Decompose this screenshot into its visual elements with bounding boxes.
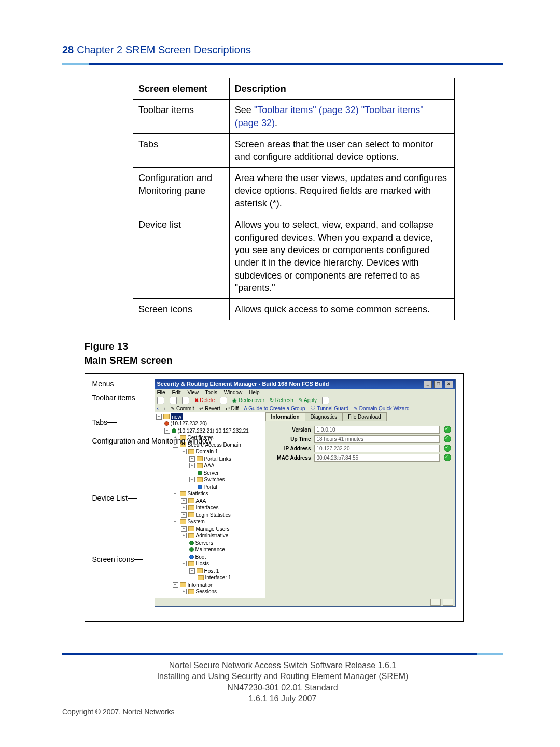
menu-window[interactable]: Window bbox=[224, 390, 243, 395]
device-icon bbox=[164, 421, 169, 426]
misc-icon[interactable] bbox=[322, 397, 329, 404]
screen-icon-2[interactable] bbox=[443, 599, 453, 606]
ok-icon bbox=[444, 445, 451, 452]
expand-icon[interactable]: + bbox=[189, 463, 195, 468]
expand-icon[interactable]: + bbox=[181, 526, 187, 532]
page-header: 28 Chapter 2 SREM Screen Descriptions bbox=[62, 44, 503, 56]
folder-icon bbox=[197, 456, 203, 461]
callout-tabs: Tabs bbox=[92, 418, 108, 426]
collapse-icon[interactable]: − bbox=[164, 428, 170, 434]
window-titlebar: Security & Routing Element Manager - Bui… bbox=[155, 379, 455, 389]
nav-fwd-icon[interactable]: › bbox=[164, 406, 165, 411]
device-icon bbox=[172, 428, 176, 433]
collapse-icon[interactable]: − bbox=[173, 491, 178, 496]
rediscover-button[interactable]: ◉ Rediscover bbox=[232, 397, 264, 403]
ok-icon bbox=[444, 426, 451, 433]
delete-button[interactable]: ✖ Delete bbox=[194, 397, 215, 403]
field-uptime[interactable]: 18 hours 41 minutes bbox=[314, 435, 440, 443]
field-ip[interactable]: 10.127.232.20 bbox=[314, 445, 440, 452]
leaf-icon bbox=[198, 471, 202, 475]
callout-device: Device List bbox=[92, 494, 128, 502]
nav-back-icon[interactable]: ‹ bbox=[157, 406, 159, 411]
collapse-icon[interactable]: − bbox=[156, 414, 162, 420]
footer-rule bbox=[62, 653, 503, 655]
window-title: Security & Routing Element Manager - Bui… bbox=[157, 381, 329, 387]
expand-icon[interactable]: + bbox=[181, 589, 187, 594]
link-tunnel[interactable]: 🛡 Tunnel Guard bbox=[311, 406, 348, 411]
folder-icon bbox=[198, 575, 204, 580]
callout-menus: Menus bbox=[92, 380, 114, 388]
leaf-icon bbox=[189, 547, 194, 552]
expand-icon[interactable]: + bbox=[181, 512, 187, 518]
diff-button[interactable]: ⇄ Diff bbox=[226, 406, 239, 411]
collapse-icon[interactable]: − bbox=[173, 519, 178, 524]
expand-icon[interactable]: + bbox=[189, 456, 195, 462]
folder-icon bbox=[188, 449, 194, 454]
revert-button[interactable]: ↩ Revert bbox=[199, 406, 220, 411]
collapse-icon[interactable]: − bbox=[189, 477, 195, 482]
folder-icon bbox=[188, 561, 194, 566]
apply-button[interactable]: ✎ Apply bbox=[299, 397, 317, 403]
toolbar-primary: ✖ Delete ◉ Rediscover ↻ Refresh ✎ Apply bbox=[155, 396, 455, 405]
col-screen-element: Screen element bbox=[133, 78, 230, 100]
link-guide[interactable]: A Guide to Create a Group bbox=[244, 406, 305, 411]
expand-icon[interactable]: + bbox=[181, 498, 187, 504]
minimize-button[interactable]: _ bbox=[424, 381, 432, 388]
maximize-button[interactable]: □ bbox=[434, 381, 442, 388]
figure-callouts: Menus Toolbar items Tabs Configuration a… bbox=[92, 379, 155, 607]
link-toolbar-items-1[interactable]: "Toolbar items" (page 32) bbox=[254, 105, 359, 115]
folder-icon bbox=[188, 589, 194, 594]
collapse-icon[interactable]: − bbox=[181, 561, 187, 566]
header-rule bbox=[62, 63, 503, 65]
copyright: Copyright © 2007, Nortel Networks bbox=[62, 708, 503, 716]
field-version[interactable]: 1.0.0.10 bbox=[314, 426, 440, 434]
info-form: Version1.0.0.10 Up Time18 hours 41 minut… bbox=[265, 421, 455, 466]
field-mac[interactable]: 00:04:23:b7:84:55 bbox=[314, 454, 440, 462]
folder-icon bbox=[180, 582, 186, 587]
menu-help[interactable]: Help bbox=[249, 390, 260, 395]
expand-icon[interactable]: + bbox=[181, 533, 187, 538]
window-buttons: _ □ × bbox=[423, 380, 453, 388]
table-row: Device list Allows you to select, view, … bbox=[133, 214, 455, 299]
menu-tools[interactable]: Tools bbox=[205, 390, 217, 395]
folder-icon bbox=[188, 526, 194, 531]
folder-icon bbox=[188, 505, 194, 510]
figure-caption: Figure 13 Main SREM screen bbox=[85, 340, 503, 367]
page-number: 28 bbox=[62, 44, 74, 56]
collapse-icon[interactable]: − bbox=[181, 449, 187, 454]
folder-icon bbox=[180, 519, 186, 524]
open-icon[interactable] bbox=[170, 397, 177, 404]
collapse-icon[interactable]: − bbox=[189, 568, 195, 574]
menu-edit[interactable]: Edit bbox=[172, 390, 180, 395]
figure-main-srem-screen: Menus Toolbar items Tabs Configuration a… bbox=[85, 373, 464, 622]
menubar: File Edit View Tools Window Help bbox=[155, 389, 455, 396]
tree-ip1[interactable]: (10.127.232.20) bbox=[171, 420, 207, 427]
folder-icon bbox=[197, 477, 203, 482]
commit-button[interactable]: ✎ Commit bbox=[171, 406, 194, 411]
close-button[interactable]: × bbox=[445, 381, 453, 388]
refresh-icon-small[interactable] bbox=[220, 397, 227, 404]
tree-root[interactable]: new bbox=[171, 413, 183, 421]
folder-icon bbox=[180, 491, 186, 496]
callout-icons: Screen icons bbox=[92, 555, 134, 563]
folder-icon bbox=[188, 512, 194, 517]
refresh-button[interactable]: ↻ Refresh bbox=[270, 397, 293, 403]
srem-window: Security & Routing Element Manager - Bui… bbox=[155, 379, 456, 607]
expand-icon[interactable]: + bbox=[181, 505, 187, 510]
table-row: Screen icons Allows quick access to some… bbox=[133, 299, 455, 320]
callout-config: Configuration and Monitoring window bbox=[92, 437, 212, 446]
panel-tabs: Information Diagnostics File Download bbox=[265, 412, 455, 421]
link-wizard[interactable]: ✎ Domain Quick Wizard bbox=[354, 406, 409, 411]
tab-file-download[interactable]: File Download bbox=[342, 412, 386, 421]
tab-information[interactable]: Information bbox=[265, 412, 305, 421]
menu-file[interactable]: File bbox=[157, 390, 165, 395]
new-icon[interactable] bbox=[157, 397, 164, 404]
screen-icon-1[interactable] bbox=[430, 599, 441, 606]
tab-diagnostics[interactable]: Diagnostics bbox=[305, 412, 343, 421]
table-row: Tabs Screen areas that the user can sele… bbox=[133, 133, 455, 168]
collapse-icon[interactable]: − bbox=[173, 582, 178, 588]
menu-view[interactable]: View bbox=[187, 390, 199, 395]
tree-ip2[interactable]: (10.127.232.21) 10.127.232.21 bbox=[178, 427, 249, 435]
config-panel: Information Diagnostics File Download Ve… bbox=[265, 412, 455, 598]
save-icon[interactable] bbox=[182, 397, 189, 404]
